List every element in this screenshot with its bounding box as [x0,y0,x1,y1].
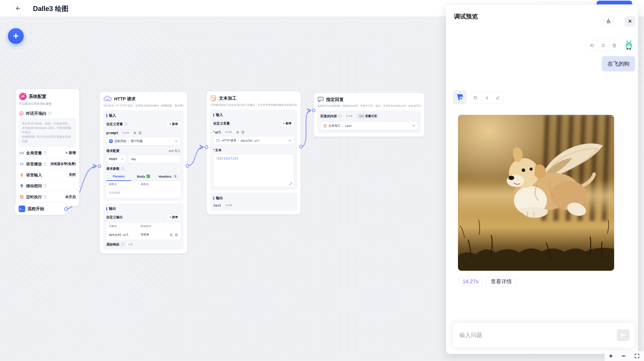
copy-button[interactable] [587,40,598,51]
fit-view-button[interactable] [634,353,640,358]
back-button[interactable] [13,3,23,14]
help-icon[interactable]: ? [43,184,47,188]
chat-input-box [453,322,635,348]
curl-import-button[interactable]: curl 导入 [169,149,180,153]
retry-icon [601,44,605,48]
node-system-config[interactable]: Hi 系统配置 可以配置应用的系统参数 对话开场白 ? {x} 全局变量 ? +… [16,89,80,206]
gear-icon[interactable]: ⚙ [133,131,136,134]
voice-input-value[interactable]: 关闭 [69,172,76,177]
help-icon[interactable]: ? [43,151,47,155]
text-code-editor[interactable]: ![]({{url}}) [213,154,294,187]
delete-button[interactable] [609,40,620,51]
node-http-request[interactable]: HTTP HTTP 请求 可以发出一个 HTTP 请求，实现更为复杂的操作（联网… [100,92,187,254]
reply-content-section: 回复的内容 ? 字符串 {x} 变量引用 文本加工 › text [318,110,421,133]
user-message-toolbar [586,40,620,51]
ref-source: 流程开始 [114,139,126,143]
gear-icon[interactable]: ⚙ [236,131,239,134]
retry-button[interactable] [598,40,609,51]
node-description: 可对固定或传入的文本进行加工后输出，非字符串类型数据最终会转成字符串类型。 [210,103,297,107]
url-reference-select[interactable]: HTTP 请求 › data[0].url [213,136,294,145]
prompt-reference-select[interactable]: 流程开始 › 用户问题 [106,137,180,145]
section-label: 输入 [109,113,116,118]
tab-params[interactable]: Params [106,172,131,181]
handle-http-out[interactable] [186,164,189,168]
trash-icon[interactable] [175,233,178,236]
url-input[interactable] [128,155,180,163]
canvas-zoom-controls: + − [604,351,644,361]
ref-field: text [345,124,352,128]
help-icon[interactable]: ? [124,122,128,126]
user-message-bubble: 在飞的狗 [602,56,635,71]
custom-output-label: 自定义输出 [106,215,123,219]
request-params-label: 请求参数 [106,167,120,171]
row-voice-playback[interactable]: 语音播放 ? 浏览器自带(免费) [19,158,76,170]
copy-icon [590,44,594,48]
view-details-button[interactable]: 查看详情 [486,276,516,286]
node-description: 该模块可以直接回复一段指定的内容。常用于引导、提示。非字符串内容传入时，会转成字… [318,104,421,108]
node-text-edit[interactable]: 文本加工 可对固定或传入的文本进行加工后输出，非字符串类型数据最终会转成字符串类… [206,91,301,214]
handle-textedit-out[interactable] [299,145,303,148]
expand-icon[interactable] [289,182,292,186]
variable-reference-badge[interactable]: {x} 变量引用 [357,113,379,119]
opening-remark-textarea[interactable] [19,118,76,147]
trash-icon[interactable] [242,131,244,134]
handle-flowstart-out[interactable] [64,207,68,211]
custom-var-label: 自定义变量 [213,122,230,126]
opening-label: 对话开场白 [26,111,46,116]
method-select[interactable]: POST [106,155,126,163]
row-voice-input[interactable]: 语音输入 关闭 [19,170,76,180]
help-icon[interactable]: ? [48,112,52,115]
tab-headers[interactable]: Headers1 [156,172,180,181]
help-icon[interactable]: ? [43,195,47,199]
add-global-variable-button[interactable]: + 新增 [66,151,76,155]
reply-reference-select[interactable]: 文本加工 › text [320,122,418,130]
handle-textedit-in[interactable] [205,145,208,149]
row-scheduled-run[interactable]: 定时执行 ? 未开启 [19,192,76,202]
add-output-button[interactable]: + 新增 [167,214,180,221]
chat-input-field[interactable] [459,322,613,348]
fastgpt-logo [455,93,464,102]
type-badge: 字符串 [223,203,234,208]
edit-button[interactable] [492,92,503,103]
help-icon[interactable]: ? [43,162,47,166]
headers-count-badge: 1 [173,174,178,178]
send-icon [620,332,626,338]
back-arrow-icon [16,6,20,10]
zoom-in-button[interactable]: + [609,353,613,359]
debug-preview-panel: 调试预览 ✕ [446,4,638,354]
handle-http-in[interactable] [98,164,101,168]
read-aloud-button[interactable] [481,92,492,103]
add-variable-button[interactable]: + 新增 [167,120,180,128]
node-flow-start[interactable]: I.. 流程开始 [15,202,66,215]
handle-reply-in[interactable] [312,109,316,112]
params-table: 参数名 参数值 添加参数 [106,181,180,198]
help-icon[interactable]: ? [121,243,124,246]
close-panel-button[interactable]: ✕ [625,16,635,26]
add-node-button[interactable]: + [8,28,24,44]
ref-field: data[0].url [241,139,260,142]
app-root: React Flow + Hi 系统配置 可以配置应用的系统参数 [0,0,644,361]
generated-dog-image[interactable] [458,115,614,271]
mascot-sticker [624,39,634,50]
send-button[interactable] [617,329,630,341]
row-guess-question[interactable]: 猜你想问 ? [19,180,76,192]
panel-title: 调试预览 [454,12,478,20]
tab-body[interactable]: Body✓ [131,172,156,181]
trash-icon[interactable] [138,131,142,134]
node-description: 可以发出一个 HTTP 请求，实现更为复杂的操作（联网搜索、数据库查询等） [103,104,184,108]
zoom-out-button[interactable]: − [622,353,626,359]
voice-playback-value[interactable]: 浏览器自带(免费) [50,162,76,166]
add-param-row[interactable]: 添加参数 [106,188,180,198]
row-global-variables[interactable]: {x} 全局变量 ? + 新增 [19,148,76,158]
flow-start-icon: I.. [19,206,25,212]
scheduled-run-value[interactable]: 未开启 [65,195,76,200]
gear-icon[interactable]: ⚙ [170,233,173,236]
add-variable-button[interactable]: + 新增 [280,120,294,127]
help-icon[interactable]: ? [338,114,342,118]
broom-icon [606,18,611,24]
help-icon[interactable]: ? [121,167,124,170]
response-time-badge[interactable]: 14.27s [459,277,482,286]
clear-history-button[interactable] [603,16,614,26]
copy-button[interactable] [470,92,481,103]
node-specified-reply[interactable]: 指定回复 该模块可以直接回复一段指定的内容。常用于引导、提示。非字符串内容传入时… [314,93,424,137]
